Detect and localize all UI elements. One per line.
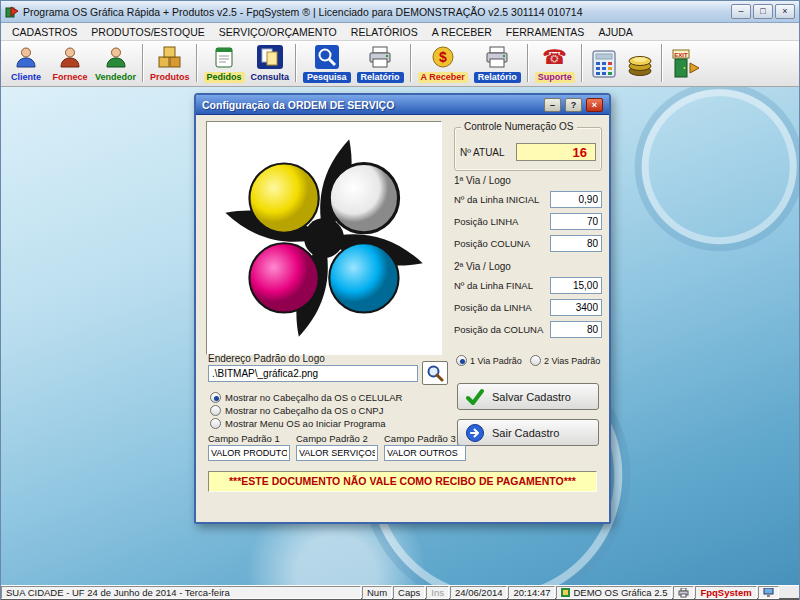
linha-final-input[interactable] [550, 277, 602, 294]
radio-dot-celular[interactable] [210, 392, 221, 403]
field-row: Nº da Linha INICIAL [454, 191, 602, 208]
coins-icon [626, 51, 654, 77]
toolbar-button-pesquisa[interactable]: Pesquisa [301, 43, 353, 84]
arrow-right-icon [466, 424, 484, 442]
statusbar-demo-text: DEMO OS Gráfica 2.5 [573, 587, 667, 598]
posicao-linha2-input[interactable] [550, 299, 602, 316]
support-phone-icon: ☎ [542, 44, 567, 70]
toolbar-button-vendedor[interactable]: Vendedor [93, 43, 138, 84]
dialog-close-button[interactable]: × [586, 98, 603, 112]
dialog-titlebar[interactable]: Configuração da ORDEM DE SERVIÇO – ? × [196, 95, 609, 115]
window-close-button[interactable]: × [775, 4, 795, 19]
toolbar-button-relatorio-1[interactable]: Relatório [355, 43, 406, 84]
toolbar-label-fornece: Fornece [52, 72, 87, 83]
posicao-coluna1-input[interactable] [550, 235, 602, 252]
dialog-help-button[interactable]: ? [565, 98, 582, 112]
toolbar-separator [410, 44, 412, 82]
option-cnpj[interactable]: Mostrar no Cabeçalho da OS o CNPJ [210, 404, 383, 416]
application-window: Programa OS Gráfica Rápida + Produtos v2… [0, 0, 800, 600]
calculator-icon [592, 51, 616, 77]
radio-1-via-padrao[interactable]: 1 Via Padrão [456, 355, 522, 366]
menu-a-receber[interactable]: A RECEBER [425, 26, 499, 38]
field-row: Posição LINHA [454, 213, 602, 230]
menu-produtos-estoque[interactable]: PRODUTOS/ESTOQUE [84, 26, 211, 38]
os-config-dialog: Configuração da ORDEM DE SERVIÇO – ? × [194, 93, 611, 524]
menu-cadastros[interactable]: CADASTROS [5, 26, 84, 38]
field-row: Posição da COLUNA [454, 321, 602, 338]
statusbar-time: 20:14:47 [508, 586, 555, 599]
statusbar-printer-indicator[interactable] [673, 586, 694, 599]
window-title: Programa OS Gráfica Rápida + Produtos v2… [23, 6, 727, 18]
toolbar-button-pedidos[interactable]: Pedidos [202, 43, 247, 84]
linha-final-label: Nº da Linha FINAL [454, 280, 533, 291]
receivables-dollar-icon: $ [430, 44, 456, 70]
exit-button[interactable]: Sair Cadastro [457, 419, 599, 446]
toolbar-separator [142, 44, 144, 82]
logo-path-input[interactable] [208, 365, 418, 382]
window-maximize-button[interactable]: □ [753, 4, 773, 19]
radio-1via-label: 1 Via Padrão [470, 356, 522, 366]
toolbar-label-cliente: Cliente [11, 72, 41, 83]
browse-logo-button[interactable] [422, 361, 448, 385]
dialog-minimize-button[interactable]: – [544, 98, 561, 112]
check-icon [466, 388, 484, 406]
campo2-label: Campo Padrão 2 [296, 433, 368, 444]
toolbar-label-pesquisa: Pesquisa [303, 72, 351, 83]
option-celular[interactable]: Mostrar no Cabeçalho da OS o CELULAR [210, 391, 402, 403]
numero-atual-label: Nº ATUAL [460, 147, 505, 158]
via2-section-label: 2ª Via / Logo [454, 261, 511, 272]
status-bar: SUA CIDADE - UF 24 de Junho de 2014 - Te… [1, 585, 799, 600]
linha-inicial-input[interactable] [550, 191, 602, 208]
radio-dot-1via[interactable] [456, 355, 467, 366]
posicao-linha2-label: Posição da LINHA [454, 302, 532, 313]
printer-mini-icon [678, 588, 689, 598]
numeracao-group-title: Controle Numeração OS [461, 121, 577, 132]
radio-dot-cnpj[interactable] [210, 405, 221, 416]
menu-ajuda[interactable]: AJUDA [591, 26, 639, 38]
toolbar-button-relatorio-2[interactable]: Relatório [472, 43, 523, 84]
toolbar-button-coins[interactable] [623, 43, 657, 84]
exit-text: EXIT [674, 51, 688, 57]
menu-ferramentas[interactable]: FERRAMENTAS [499, 26, 592, 38]
window-titlebar[interactable]: Programa OS Gráfica Rápida + Produtos v2… [1, 1, 799, 23]
statusbar-location: SUA CIDADE - UF 24 de Junho de 2014 - Te… [1, 586, 361, 599]
logo-path-label: Endereço Padrão do Logo [208, 353, 325, 364]
toolbar-label-consulta: Consulta [251, 72, 290, 83]
posicao-linha1-label: Posição LINHA [454, 216, 518, 227]
window-minimize-button[interactable]: – [731, 4, 751, 19]
campo2-input[interactable] [296, 445, 378, 461]
numero-atual-field[interactable]: 16 [516, 143, 596, 161]
posicao-coluna2-input[interactable] [550, 321, 602, 338]
demo-app-icon [561, 588, 570, 597]
query-documents-icon [257, 44, 283, 70]
statusbar-monitor-indicator[interactable] [758, 586, 779, 599]
seller-person-icon [104, 44, 128, 70]
toolbar-button-suporte[interactable]: ☎ Suporte [533, 43, 577, 84]
save-button[interactable]: Salvar Cadastro [457, 383, 599, 410]
campo3-input[interactable] [384, 445, 466, 461]
numero-atual-row: Nº ATUAL 16 [460, 142, 596, 162]
exit-button-label: Sair Cadastro [492, 427, 559, 439]
orders-notepad-icon [212, 44, 236, 70]
menu-relatorios[interactable]: RELATÓRIOS [344, 26, 425, 38]
campo1-label: Campo Padrão 1 [208, 433, 280, 444]
radio-dot-2vias[interactable] [530, 355, 541, 366]
toolbar-button-calculator[interactable] [587, 43, 621, 84]
toolbar-separator [581, 44, 583, 82]
statusbar-num-lock: Num [362, 586, 392, 599]
radio-2-vias-padrao[interactable]: 2 Vias Padrão [530, 355, 600, 366]
posicao-linha1-input[interactable] [550, 213, 602, 230]
campo1-input[interactable] [208, 445, 290, 461]
radio-2vias-label: 2 Vias Padrão [544, 356, 600, 366]
vias-padrao-radios: 1 Via Padrão 2 Vias Padrão [456, 355, 606, 366]
radio-dot-menu-os[interactable] [210, 418, 221, 429]
toolbar-button-fornecedor[interactable]: Fornece [49, 43, 91, 84]
posicao-coluna1-label: Posição COLUNA [454, 238, 530, 249]
toolbar-button-produtos[interactable]: Produtos [148, 43, 192, 84]
toolbar-button-cliente[interactable]: Cliente [5, 43, 47, 84]
option-menu-os[interactable]: Mostrar Menu OS ao Iniciar Programa [210, 417, 386, 429]
toolbar-button-consulta[interactable]: Consulta [249, 43, 292, 84]
menu-servico-orcamento[interactable]: SERVIÇO/ORÇAMENTO [212, 26, 344, 38]
toolbar-button-a-receber[interactable]: $ A Receber [416, 43, 470, 84]
toolbar-button-exit[interactable]: EXIT [667, 43, 705, 84]
